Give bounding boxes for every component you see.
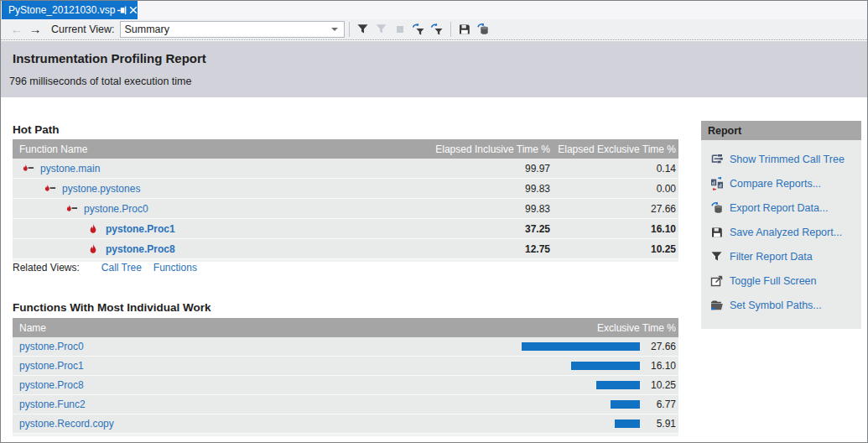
table-row: pystone.Func2 6.77 <box>13 395 678 414</box>
report-panel-title: Report <box>701 121 861 140</box>
view-select-value: Summary <box>125 23 331 35</box>
export-report-data-item[interactable]: Export Report Data... <box>701 195 861 220</box>
exclusive-time-bar <box>571 362 640 370</box>
filter-icon <box>709 250 724 263</box>
profiler-window: PyStone_20121030.vsp ← → Current View: S… <box>0 0 868 443</box>
export-data-icon <box>709 201 724 215</box>
inclusive-value: 99.83 <box>414 183 553 195</box>
close-icon[interactable] <box>129 3 138 17</box>
column-inclusive: Elapsed Inclusive Time % <box>414 143 553 155</box>
table-row: pystone.Proc1 37.25 16.10 <box>13 219 678 239</box>
exclusive-time-bar <box>611 400 640 409</box>
hotpath-flame-icon <box>21 162 35 175</box>
table-row: pystone.Proc1 16.10 <box>13 357 678 376</box>
inclusive-value: 37.25 <box>414 223 553 235</box>
function-link[interactable]: pystone.Proc1 <box>106 223 175 235</box>
pin-icon[interactable] <box>117 3 127 17</box>
exclusive-value: 10.25 <box>553 243 678 255</box>
function-link[interactable]: pystone.Proc0 <box>19 341 84 352</box>
document-tab[interactable]: PyStone_20121030.vsp <box>2 1 138 19</box>
report-panel: Report Show Trimmed Call Tree Compare Re… <box>701 121 861 329</box>
functions-section-title: Functions With Most Individual Work <box>13 301 211 314</box>
compare-reports-item[interactable]: Compare Reports... <box>701 171 861 195</box>
exclusive-value: 0.00 <box>553 183 678 195</box>
hotpath-flame-icon <box>43 182 57 195</box>
set-symbol-paths-link[interactable]: Set Symbol Paths... <box>730 300 822 311</box>
toolbar-separator <box>450 22 451 37</box>
show-trimmed-call-tree-link[interactable]: Show Trimmed Call Tree <box>730 154 845 165</box>
functions-table-header: Name Exclusive Time % <box>13 318 678 337</box>
function-link[interactable]: pystone.Proc0 <box>84 203 148 215</box>
page-title: Instrumentation Profiling Report <box>13 51 867 65</box>
exclusive-time-value: 10.25 <box>640 379 678 391</box>
view-select[interactable]: Summary <box>120 21 345 38</box>
folder-icon <box>709 299 724 312</box>
compare-reports-icon <box>709 177 724 190</box>
flame-icon <box>86 242 101 256</box>
function-link[interactable]: pystone.Proc1 <box>19 360 84 372</box>
toggle-full-screen-item[interactable]: Toggle Full Screen <box>701 268 861 293</box>
functions-table: Name Exclusive Time % pystone.Proc0 27.6… <box>13 318 678 436</box>
related-views: Related Views: Call Tree Functions <box>13 262 197 274</box>
flame-icon <box>86 222 101 236</box>
table-footer-strip <box>13 434 678 436</box>
show-trimmed-call-tree-item[interactable]: Show Trimmed Call Tree <box>701 147 861 171</box>
column-exclusive-time: Exclusive Time % <box>486 322 678 334</box>
export-data-icon[interactable] <box>474 20 492 39</box>
save-icon <box>709 226 724 239</box>
save-analyzed-report-link[interactable]: Save Analyzed Report... <box>730 227 842 238</box>
export-report-data-link[interactable]: Export Report Data... <box>730 202 828 214</box>
exclusive-value: 27.66 <box>553 203 678 215</box>
exclusive-time-value: 16.10 <box>640 360 678 372</box>
exclusive-value: 0.14 <box>553 163 678 175</box>
function-link[interactable]: pystone.pystones <box>62 183 140 195</box>
table-row: pystone.pystones 99.83 0.00 <box>13 179 678 199</box>
filter-report-data-link[interactable]: Filter Report Data <box>730 251 813 263</box>
exclusive-time-value: 6.77 <box>640 399 678 410</box>
apply-filter-icon[interactable] <box>428 20 446 39</box>
save-icon[interactable] <box>455 20 474 39</box>
exclusive-value: 16.10 <box>553 223 678 235</box>
function-link[interactable]: pystone.main <box>40 163 100 175</box>
exclusive-time-bar <box>615 420 640 428</box>
forward-icon[interactable]: → <box>26 20 44 39</box>
chevron-down-icon <box>331 28 338 31</box>
table-row: pystone.main 99.97 0.14 <box>13 159 678 179</box>
function-link[interactable]: pystone.Func2 <box>19 399 86 410</box>
report-header: Instrumentation Profiling Report 796 mil… <box>1 41 867 97</box>
column-function-name: Function Name <box>13 143 414 155</box>
exclusive-time-value: 27.66 <box>640 341 678 352</box>
tab-title: PyStone_20121030.vsp <box>8 4 115 16</box>
inclusive-value: 12.75 <box>414 243 553 255</box>
function-link[interactable]: pystone.Record.copy <box>19 418 114 430</box>
toggle-full-screen-link[interactable]: Toggle Full Screen <box>730 275 817 287</box>
column-exclusive: Elapsed Exclusive Time % <box>553 143 678 155</box>
tab-bar: PyStone_20121030.vsp <box>1 1 867 19</box>
functions-link[interactable]: Functions <box>153 262 197 274</box>
stop-disabled-icon <box>391 20 409 39</box>
exclusive-time-value: 5.91 <box>640 418 678 430</box>
back-icon[interactable]: ← <box>8 20 26 39</box>
table-row: pystone.Proc8 10.25 <box>13 376 678 395</box>
function-link[interactable]: pystone.Proc8 <box>106 243 175 255</box>
compare-reports-link[interactable]: Compare Reports... <box>730 178 821 190</box>
set-symbol-paths-item[interactable]: Set Symbol Paths... <box>701 293 861 317</box>
hot-path-table: Function Name Elapsed Inclusive Time % E… <box>13 139 678 262</box>
filter-icon[interactable] <box>354 20 372 39</box>
toolbar-separator <box>349 22 350 37</box>
filter-report-data-item[interactable]: Filter Report Data <box>701 244 861 268</box>
summary-content: Hot Path Function Name Elapsed Inclusive… <box>1 97 867 442</box>
refresh-filter-icon[interactable] <box>409 20 428 39</box>
function-link[interactable]: pystone.Proc8 <box>19 379 84 391</box>
save-analyzed-report-item[interactable]: Save Analyzed Report... <box>701 220 861 244</box>
call-tree-icon <box>709 153 724 166</box>
table-row: pystone.Proc0 99.83 27.66 <box>13 199 678 219</box>
table-row: pystone.Proc0 27.66 <box>13 337 678 357</box>
table-row: pystone.Record.copy 5.91 <box>13 414 678 434</box>
current-view-label: Current View: <box>51 23 115 35</box>
inclusive-value: 99.97 <box>414 163 553 175</box>
call-tree-link[interactable]: Call Tree <box>101 262 142 274</box>
inclusive-value: 99.83 <box>414 203 553 215</box>
table-row: pystone.Proc8 12.75 10.25 <box>13 239 678 259</box>
exclusive-time-bar <box>522 342 640 351</box>
